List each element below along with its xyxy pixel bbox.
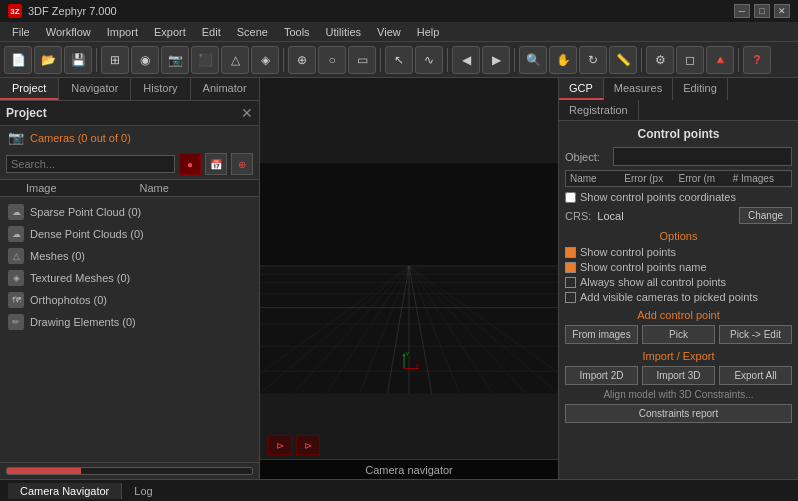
viewport[interactable]: Y x ⊳ ⊳ Camera navigator [260, 78, 558, 479]
textured-meshes-icon: ◈ [8, 270, 24, 286]
th-name: Name [570, 173, 624, 184]
toolbar-help[interactable]: ? [743, 46, 771, 74]
menu-view[interactable]: View [369, 24, 409, 40]
toolbar-open[interactable]: 📂 [34, 46, 62, 74]
toolbar-measure[interactable]: 📏 [609, 46, 637, 74]
opt4-box [565, 292, 576, 303]
app-title: 3DF Zephyr 7.000 [28, 5, 734, 17]
calendar-icon-btn[interactable]: 📅 [205, 153, 227, 175]
toolbar-rotate[interactable]: ↻ [579, 46, 607, 74]
menu-scene[interactable]: Scene [229, 24, 276, 40]
toolbar-circle[interactable]: ○ [318, 46, 346, 74]
textured-meshes-label: Textured Meshes (0) [30, 272, 130, 284]
close-button[interactable]: ✕ [774, 4, 790, 18]
pick-button[interactable]: Pick [642, 325, 715, 344]
tab-measures[interactable]: Measures [604, 78, 673, 100]
constraints-report-button[interactable]: Constraints report [565, 404, 792, 423]
toolbar-rect[interactable]: ▭ [348, 46, 376, 74]
pick-edit-button[interactable]: Pick -> Edit [719, 325, 792, 344]
left-panel: Project Navigator History Animator Proje… [0, 78, 260, 479]
tab-navigator[interactable]: Navigator [59, 78, 131, 100]
sep2 [283, 48, 284, 72]
toolbar-back[interactable]: ◀ [452, 46, 480, 74]
tab-project[interactable]: Project [0, 78, 59, 100]
bottom-tab-camera-navigator[interactable]: Camera Navigator [8, 483, 122, 499]
project-tree: ☁ Sparse Point Cloud (0) ☁ Dense Point C… [0, 197, 259, 462]
toolbar-cam[interactable]: 📷 [161, 46, 189, 74]
toolbar-target[interactable]: ⊕ [288, 46, 316, 74]
viewport-grid: Y x [260, 78, 558, 479]
bottom-tab-log[interactable]: Log [122, 483, 164, 499]
dense-cloud-label: Dense Point Clouds (0) [30, 228, 144, 240]
cp-title: Control points [565, 127, 792, 141]
tree-textured-meshes[interactable]: ◈ Textured Meshes (0) [0, 267, 259, 289]
toolbar-cursor[interactable]: ↖ [385, 46, 413, 74]
menu-help[interactable]: Help [409, 24, 448, 40]
tab-animator[interactable]: Animator [191, 78, 260, 100]
minimize-button[interactable]: ─ [734, 4, 750, 18]
tab-registration[interactable]: Registration [559, 100, 639, 120]
search-input[interactable] [6, 155, 175, 173]
sep5 [514, 48, 515, 72]
export-all-button[interactable]: Export All [719, 366, 792, 385]
tab-gcp[interactable]: GCP [559, 78, 604, 100]
tree-meshes[interactable]: △ Meshes (0) [0, 245, 259, 267]
toolbar-settings[interactable]: ⚙ [646, 46, 674, 74]
tree-orthophotos[interactable]: 🗺 Orthophotos (0) [0, 289, 259, 311]
viewport-label: Camera navigator [365, 464, 452, 476]
import-2d-button[interactable]: Import 2D [565, 366, 638, 385]
more-text: Align model with 3D Constraints... [565, 389, 792, 400]
toolbar-save[interactable]: 💾 [64, 46, 92, 74]
cameras-item[interactable]: 📷 Cameras (0 out of 0) [0, 126, 259, 149]
th-error-m: Error (m [679, 173, 733, 184]
menu-file[interactable]: File [4, 24, 38, 40]
project-close-button[interactable]: ✕ [241, 105, 253, 121]
toolbar-tex[interactable]: ◈ [251, 46, 279, 74]
menu-workflow[interactable]: Workflow [38, 24, 99, 40]
opt1-row: Show control points [565, 246, 792, 258]
filter-icon: ⊕ [238, 159, 246, 170]
toolbar-lasso[interactable]: ∿ [415, 46, 443, 74]
toolbar-pan[interactable]: ✋ [549, 46, 577, 74]
filter-icon-btn[interactable]: ⊕ [231, 153, 253, 175]
change-crs-button[interactable]: Change [739, 207, 792, 224]
tab-editing[interactable]: Editing [673, 78, 728, 100]
viewport-icon-left[interactable]: ⊳ [268, 435, 292, 455]
menu-edit[interactable]: Edit [194, 24, 229, 40]
tree-sparse-cloud[interactable]: ☁ Sparse Point Cloud (0) [0, 201, 259, 223]
crs-row: CRS: Local Change [565, 207, 792, 224]
toolbar-export2[interactable]: 🔺 [706, 46, 734, 74]
th-images: # Images [733, 173, 787, 184]
object-input[interactable] [613, 147, 792, 166]
from-images-button[interactable]: From images [565, 325, 638, 344]
toolbar-3d[interactable]: ◉ [131, 46, 159, 74]
menu-export[interactable]: Export [146, 24, 194, 40]
sep4 [447, 48, 448, 72]
show-coords-checkbox[interactable] [565, 192, 576, 203]
viewport-icon-right[interactable]: ⊳ [296, 435, 320, 455]
menu-utilities[interactable]: Utilities [318, 24, 369, 40]
tab-history[interactable]: History [131, 78, 190, 100]
toolbar-zoom[interactable]: 🔍 [519, 46, 547, 74]
crs-value: Local [597, 210, 733, 222]
tree-dense-cloud[interactable]: ☁ Dense Point Clouds (0) [0, 223, 259, 245]
table-header: Name Error (px Error (m # Images [565, 170, 792, 187]
show-coords-row: Show control points coordinates [565, 191, 792, 203]
viewport-icon-symbol: ⊳ [276, 440, 284, 451]
right-panel: GCP Measures Editing Registration Contro… [558, 78, 798, 479]
import-3d-button[interactable]: Import 3D [642, 366, 715, 385]
toolbar-new[interactable]: 📄 [4, 46, 32, 74]
project-header: Project ✕ [0, 101, 259, 126]
col-name: Name [140, 182, 254, 194]
toolbar-mesh[interactable]: △ [221, 46, 249, 74]
toolbar-pts[interactable]: ⬛ [191, 46, 219, 74]
menu-import[interactable]: Import [99, 24, 146, 40]
tree-drawing-elements[interactable]: ✏ Drawing Elements (0) [0, 311, 259, 333]
maximize-button[interactable]: □ [754, 4, 770, 18]
toolbar-fwd[interactable]: ▶ [482, 46, 510, 74]
menu-tools[interactable]: Tools [276, 24, 318, 40]
search-red-icon[interactable]: ● [179, 153, 201, 175]
toolbar-grid[interactable]: ⊞ [101, 46, 129, 74]
toolbar-render[interactable]: ◻ [676, 46, 704, 74]
opt3-row: Always show all control points [565, 276, 792, 288]
